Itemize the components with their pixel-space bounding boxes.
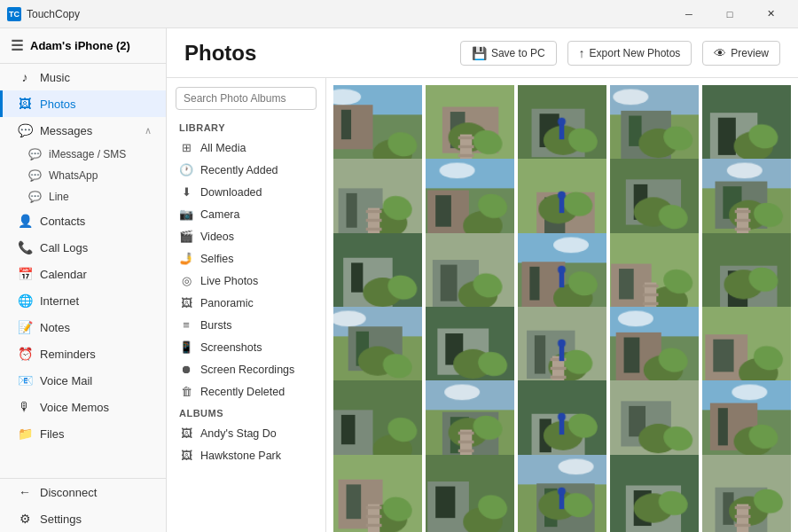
photo-thumb[interactable] [518,455,606,532]
album-item-live-photos[interactable]: ◎ Live Photos [167,270,325,292]
panoramic-label: Panoramic [200,297,254,309]
videos-icon: 🎬 [179,230,193,243]
downloaded-icon: ⬇ [179,185,193,199]
sidebar-item-settings[interactable]: ⚙ Settings [0,505,166,532]
photos-grid [326,78,798,532]
andys-stag-icon: 🖼 [179,426,193,440]
photos-icon: 🖼 [17,97,33,111]
sidebar-header: ☰ Adam's iPhone (2) [0,28,166,64]
photo-thumb[interactable] [610,455,699,532]
screen-recordings-icon: ⏺ [179,363,193,376]
save-to-pc-button[interactable]: 💾 Save to PC [460,41,557,66]
sidebar-item-calendar[interactable]: 📅 Calendar [0,261,166,287]
export-new-button[interactable]: ↑ Export New Photos [567,41,692,66]
calllogs-icon: 📞 [17,240,33,254]
live-photos-icon: ◎ [179,274,193,287]
screenshots-label: Screenshots [200,341,262,354]
content-body: Library ⊞ All Media 🕐 Recently Added ⬇ D… [167,78,798,532]
titlebar-controls[interactable]: ─ □ ✕ [669,0,791,28]
preview-icon: 👁 [714,46,726,60]
minimize-button[interactable]: ─ [669,0,709,28]
sidebar-item-files[interactable]: 📁 Files [0,420,166,447]
album-item-bursts[interactable]: ≡ Bursts [167,314,325,336]
sidebar-label-notes: Notes [40,321,70,334]
messages-expand-icon: ∧ [145,125,152,137]
album-item-all-media[interactable]: ⊞ All Media [167,137,325,159]
sidebar-item-notes[interactable]: 📝 Notes [0,314,166,340]
export-label: Export New Photos [590,47,681,59]
sidebar-item-music[interactable]: ♪ Music [0,64,166,90]
close-button[interactable]: ✕ [750,0,791,28]
disconnect-icon: ← [17,485,33,499]
album-item-screenshots[interactable]: 📱 Screenshots [167,336,325,358]
sidebar-label-music: Music [40,71,70,84]
hawkstone-label: Hawkstone Park [200,450,281,462]
recently-added-label: Recently Added [200,164,278,176]
screenshots-icon: 📱 [179,340,193,354]
album-item-hawkstone[interactable]: 🖼 Hawkstone Park [167,444,325,466]
sidebar-label-imessage: iMessage / SMS [49,148,126,160]
reminders-icon: ⏰ [17,347,33,361]
titlebar: TC TouchCopy ─ □ ✕ [0,0,798,28]
menu-icon[interactable]: ☰ [11,37,23,54]
search-input[interactable] [176,87,317,110]
sidebar-item-internet[interactable]: 🌐 Internet [0,287,166,314]
music-icon: ♪ [17,70,33,84]
sidebar-label-line: Line [49,191,69,203]
album-item-selfies[interactable]: 🤳 Selfies [167,247,325,270]
photo-thumb[interactable] [702,455,791,532]
sidebar-label-calendar: Calendar [40,268,87,281]
selfies-icon: 🤳 [179,252,193,265]
sidebar-item-whatsapp[interactable]: 💬 WhatsApp [28,165,166,186]
downloaded-label: Downloaded [200,186,262,199]
sidebar: ☰ Adam's iPhone (2) ♪ Music 🖼 Photos 💬 M… [0,28,167,532]
album-item-camera[interactable]: 📷 Camera [167,203,325,225]
sidebar-item-voicemail[interactable]: 📧 Voice Mail [0,367,166,394]
album-item-panoramic[interactable]: 🖼 Panoramic [167,292,325,314]
sidebar-label-settings: Settings [40,512,82,526]
bursts-icon: ≡ [179,318,193,332]
hawkstone-icon: 🖼 [179,449,193,462]
main-content: Photos 💾 Save to PC ↑ Export New Photos … [167,28,798,532]
album-item-videos[interactable]: 🎬 Videos [167,225,325,247]
device-name: Adam's iPhone (2) [30,39,130,52]
panoramic-icon: 🖼 [179,296,193,309]
album-item-recently-deleted[interactable]: 🗑 Recently Deleted [167,380,325,403]
recently-added-icon: 🕐 [179,163,193,176]
bursts-label: Bursts [200,319,231,332]
albums-search [167,87,325,117]
sidebar-item-imessage[interactable]: 💬 iMessage / SMS [28,144,166,165]
sidebar-item-voicememos[interactable]: 🎙 Voice Memos [0,394,166,420]
sidebar-item-contacts[interactable]: 👤 Contacts [0,207,166,234]
album-item-andys-stag[interactable]: 🖼 Andy's Stag Do [167,422,325,444]
sidebar-item-disconnect[interactable]: ← Disconnect [0,479,166,505]
videos-label: Videos [200,231,234,243]
all-media-icon: ⊞ [179,141,193,154]
preview-button[interactable]: 👁 Preview [702,41,780,66]
photo-thumb[interactable] [426,455,514,532]
sidebar-item-reminders[interactable]: ⏰ Reminders [0,340,166,367]
screen-recordings-label: Screen Recordings [200,364,294,376]
content-actions: 💾 Save to PC ↑ Export New Photos 👁 Previ… [460,41,780,66]
app-icon: TC [7,7,21,21]
sidebar-item-photos[interactable]: 🖼 Photos [0,90,166,117]
maximize-button[interactable]: □ [709,0,750,28]
recently-deleted-icon: 🗑 [179,385,193,398]
sidebar-label-voicememos: Voice Memos [40,401,109,414]
sidebar-item-line[interactable]: 💬 Line [28,186,166,207]
sidebar-label-reminders: Reminders [40,348,96,361]
library-label: Library [167,117,325,137]
line-icon: 💬 [28,191,42,203]
album-item-screen-recordings[interactable]: ⏺ Screen Recordings [167,358,325,380]
recently-deleted-label: Recently Deleted [200,386,285,398]
sidebar-label-files: Files [40,427,64,441]
album-item-recently-added[interactable]: 🕐 Recently Added [167,159,325,181]
sidebar-label-photos: Photos [40,98,75,111]
sidebar-label-internet: Internet [40,294,79,308]
save-icon: 💾 [472,46,487,60]
album-item-downloaded[interactable]: ⬇ Downloaded [167,181,325,203]
photo-thumb[interactable] [333,455,422,532]
sidebar-item-messages[interactable]: 💬 Messages ∧ [0,117,166,144]
sidebar-item-calllogs[interactable]: 📞 Call Logs [0,234,166,261]
live-photos-label: Live Photos [200,275,258,287]
